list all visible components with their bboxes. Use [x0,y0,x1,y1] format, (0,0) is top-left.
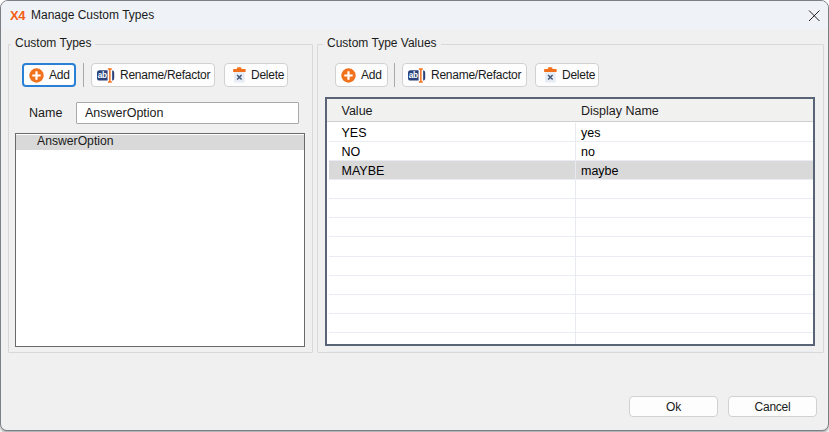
svg-text:ab: ab [98,71,107,80]
svg-text:ab: ab [409,71,418,80]
